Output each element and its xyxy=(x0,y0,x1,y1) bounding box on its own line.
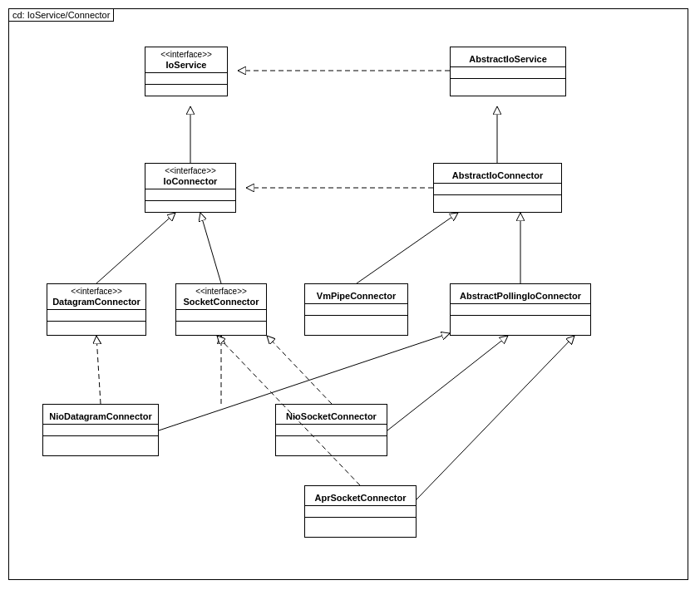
name-AbstractIoService: AbstractIoService xyxy=(451,47,565,66)
frame-label: cd: IoService/Connector xyxy=(8,8,114,22)
divider1-IoService xyxy=(145,72,227,84)
divider2-VmPipeConnector xyxy=(305,315,407,327)
divider2-AbstractPollingIoConnector xyxy=(451,315,590,327)
divider2-AbstractIoService xyxy=(451,78,565,90)
divider2-IoConnector xyxy=(145,200,235,212)
name-SocketConnector: SocketConnector xyxy=(176,297,266,309)
class-AbstractPollingIoConnector: AbstractPollingIoConnector xyxy=(450,283,591,336)
divider2-DatagramConnector xyxy=(47,321,145,332)
stereotype-DatagramConnector: <<interface>> xyxy=(47,284,145,297)
divider2-AprSocketConnector xyxy=(305,517,416,529)
class-DatagramConnector: <<interface>> DatagramConnector xyxy=(47,283,146,336)
svg-line-7 xyxy=(200,213,221,283)
svg-line-12 xyxy=(267,336,332,404)
class-IoConnector: <<interface>> IoConnector xyxy=(145,163,236,213)
class-AbstractIoService: AbstractIoService xyxy=(450,47,566,96)
name-AbstractPollingIoConnector: AbstractPollingIoConnector xyxy=(451,284,590,303)
class-SocketConnector: <<interface>> SocketConnector xyxy=(175,283,267,336)
name-IoService: IoService xyxy=(145,60,227,72)
divider1-DatagramConnector xyxy=(47,309,145,321)
diagram-container: cd: IoService/Connector <<interface>> Io… xyxy=(0,0,700,590)
svg-line-15 xyxy=(387,336,508,430)
svg-line-16 xyxy=(417,336,574,499)
name-VmPipeConnector: VmPipeConnector xyxy=(305,284,407,303)
class-NioSocketConnector: NioSocketConnector xyxy=(275,404,387,456)
name-IoConnector: IoConnector xyxy=(145,176,235,189)
divider1-IoConnector xyxy=(145,189,235,200)
name-AbstractIoConnector: AbstractIoConnector xyxy=(434,164,561,183)
divider2-NioDatagramConnector xyxy=(43,435,158,447)
divider2-NioSocketConnector xyxy=(276,435,387,447)
divider1-NioDatagramConnector xyxy=(43,424,158,435)
class-IoService: <<interface>> IoService xyxy=(145,47,228,96)
class-AprSocketConnector: AprSocketConnector xyxy=(304,485,417,538)
class-NioDatagramConnector: NioDatagramConnector xyxy=(42,404,159,456)
name-NioSocketConnector: NioSocketConnector xyxy=(276,405,387,424)
svg-line-6 xyxy=(96,213,175,283)
stereotype-IoService: <<interface>> xyxy=(145,47,227,60)
divider1-SocketConnector xyxy=(176,309,266,321)
divider2-IoService xyxy=(145,84,227,96)
class-AbstractIoConnector: AbstractIoConnector xyxy=(433,163,562,213)
divider1-AprSocketConnector xyxy=(305,505,416,517)
divider1-AbstractIoService xyxy=(451,66,565,78)
divider1-VmPipeConnector xyxy=(305,303,407,315)
svg-line-8 xyxy=(357,213,458,283)
stereotype-SocketConnector: <<interface>> xyxy=(176,284,266,297)
class-VmPipeConnector: VmPipeConnector xyxy=(304,283,408,336)
stereotype-IoConnector: <<interface>> xyxy=(145,164,235,176)
name-NioDatagramConnector: NioDatagramConnector xyxy=(43,405,158,424)
divider1-AbstractIoConnector xyxy=(434,183,561,194)
divider2-SocketConnector xyxy=(176,321,266,332)
divider2-AbstractIoConnector xyxy=(434,194,561,206)
name-DatagramConnector: DatagramConnector xyxy=(47,297,145,309)
svg-line-10 xyxy=(96,336,101,404)
diagram-frame: cd: IoService/Connector <<interface>> Io… xyxy=(8,8,688,580)
divider1-NioSocketConnector xyxy=(276,424,387,435)
divider1-AbstractPollingIoConnector xyxy=(451,303,590,315)
name-AprSocketConnector: AprSocketConnector xyxy=(305,486,416,505)
